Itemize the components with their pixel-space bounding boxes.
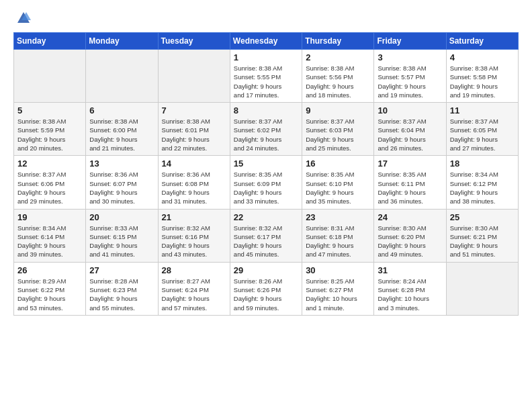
header [13,11,519,26]
day-number: 17 [378,158,442,169]
weekday-header-wednesday: Wednesday [230,33,302,50]
calendar-cell: 3Sunrise: 8:38 AM Sunset: 5:57 PM Daylig… [374,50,446,103]
calendar-cell: 29Sunrise: 8:26 AM Sunset: 6:26 PM Dayli… [230,262,302,315]
day-info: Sunrise: 8:31 AM Sunset: 6:18 PM Dayligh… [306,224,370,259]
week-row-1: 1Sunrise: 8:38 AM Sunset: 5:55 PM Daylig… [14,50,519,103]
day-number: 30 [306,265,370,275]
day-number: 31 [378,265,442,275]
day-number: 24 [378,212,442,222]
calendar-cell: 15Sunrise: 8:35 AM Sunset: 6:09 PM Dayli… [230,156,302,209]
day-info: Sunrise: 8:24 AM Sunset: 6:28 PM Dayligh… [378,277,442,312]
logo-icon [16,11,31,26]
calendar-cell: 8Sunrise: 8:37 AM Sunset: 6:02 PM Daylig… [230,103,302,156]
day-info: Sunrise: 8:37 AM Sunset: 6:02 PM Dayligh… [234,117,298,152]
day-info: Sunrise: 8:35 AM Sunset: 6:09 PM Dayligh… [234,170,298,205]
day-number: 28 [162,265,226,275]
day-number: 22 [234,212,298,222]
calendar-cell: 13Sunrise: 8:36 AM Sunset: 6:07 PM Dayli… [86,156,158,209]
day-number: 25 [450,212,515,222]
day-info: Sunrise: 8:33 AM Sunset: 6:15 PM Dayligh… [89,224,154,259]
calendar-cell: 24Sunrise: 8:30 AM Sunset: 6:20 PM Dayli… [374,209,446,262]
calendar-cell: 5Sunrise: 8:38 AM Sunset: 5:59 PM Daylig… [14,103,86,156]
day-number: 2 [306,52,370,62]
calendar-cell: 17Sunrise: 8:35 AM Sunset: 6:11 PM Dayli… [374,156,446,209]
calendar-table: SundayMondayTuesdayWednesdayThursdayFrid… [13,32,519,316]
logo [13,11,31,26]
day-number: 23 [306,212,370,222]
day-number: 4 [450,52,515,62]
weekday-header-sunday: Sunday [14,33,86,50]
calendar-cell [446,262,518,315]
week-row-4: 19Sunrise: 8:34 AM Sunset: 6:14 PM Dayli… [14,209,519,262]
day-number: 21 [162,212,226,222]
calendar-cell: 30Sunrise: 8:25 AM Sunset: 6:27 PM Dayli… [302,262,374,315]
day-info: Sunrise: 8:34 AM Sunset: 6:12 PM Dayligh… [450,170,515,205]
calendar-cell: 11Sunrise: 8:37 AM Sunset: 6:05 PM Dayli… [446,103,518,156]
day-number: 29 [234,265,298,275]
day-info: Sunrise: 8:36 AM Sunset: 6:07 PM Dayligh… [89,170,154,205]
day-info: Sunrise: 8:32 AM Sunset: 6:16 PM Dayligh… [162,224,226,259]
day-number: 10 [378,105,442,116]
calendar-cell: 21Sunrise: 8:32 AM Sunset: 6:16 PM Dayli… [158,209,230,262]
day-number: 20 [89,212,154,222]
calendar-cell: 19Sunrise: 8:34 AM Sunset: 6:14 PM Dayli… [14,209,86,262]
calendar-cell: 14Sunrise: 8:36 AM Sunset: 6:08 PM Dayli… [158,156,230,209]
page: SundayMondayTuesdayWednesdayThursdayFrid… [0,0,532,329]
day-info: Sunrise: 8:38 AM Sunset: 5:56 PM Dayligh… [306,64,370,99]
weekday-header-thursday: Thursday [302,33,374,50]
day-info: Sunrise: 8:38 AM Sunset: 5:58 PM Dayligh… [450,64,515,99]
calendar-cell: 26Sunrise: 8:29 AM Sunset: 6:22 PM Dayli… [14,262,86,315]
day-info: Sunrise: 8:37 AM Sunset: 6:03 PM Dayligh… [306,117,370,152]
day-number: 3 [378,52,442,62]
day-info: Sunrise: 8:30 AM Sunset: 6:21 PM Dayligh… [450,224,515,259]
calendar-cell: 16Sunrise: 8:35 AM Sunset: 6:10 PM Dayli… [302,156,374,209]
day-info: Sunrise: 8:38 AM Sunset: 5:57 PM Dayligh… [378,64,442,99]
day-info: Sunrise: 8:32 AM Sunset: 6:17 PM Dayligh… [234,224,298,259]
day-number: 16 [306,158,370,169]
calendar-cell: 2Sunrise: 8:38 AM Sunset: 5:56 PM Daylig… [302,50,374,103]
calendar-cell: 20Sunrise: 8:33 AM Sunset: 6:15 PM Dayli… [86,209,158,262]
day-info: Sunrise: 8:30 AM Sunset: 6:20 PM Dayligh… [378,224,442,259]
day-number: 6 [89,105,154,116]
calendar-cell: 27Sunrise: 8:28 AM Sunset: 6:23 PM Dayli… [86,262,158,315]
day-number: 14 [162,158,226,169]
day-info: Sunrise: 8:35 AM Sunset: 6:11 PM Dayligh… [378,170,442,205]
day-info: Sunrise: 8:37 AM Sunset: 6:06 PM Dayligh… [17,170,82,205]
day-info: Sunrise: 8:26 AM Sunset: 6:26 PM Dayligh… [234,277,298,312]
calendar-cell: 4Sunrise: 8:38 AM Sunset: 5:58 PM Daylig… [446,50,518,103]
day-number: 13 [89,158,154,169]
calendar-cell: 28Sunrise: 8:27 AM Sunset: 6:24 PM Dayli… [158,262,230,315]
calendar-cell: 31Sunrise: 8:24 AM Sunset: 6:28 PM Dayli… [374,262,446,315]
calendar-cell: 1Sunrise: 8:38 AM Sunset: 5:55 PM Daylig… [230,50,302,103]
day-info: Sunrise: 8:38 AM Sunset: 5:59 PM Dayligh… [17,117,82,152]
day-number: 7 [162,105,226,116]
day-number: 8 [234,105,298,116]
weekday-header-monday: Monday [86,33,158,50]
day-number: 5 [17,105,82,116]
day-info: Sunrise: 8:27 AM Sunset: 6:24 PM Dayligh… [162,277,226,312]
day-info: Sunrise: 8:38 AM Sunset: 6:00 PM Dayligh… [89,117,154,152]
day-number: 27 [89,265,154,275]
day-info: Sunrise: 8:38 AM Sunset: 5:55 PM Dayligh… [234,64,298,99]
calendar-cell: 12Sunrise: 8:37 AM Sunset: 6:06 PM Dayli… [14,156,86,209]
week-row-2: 5Sunrise: 8:38 AM Sunset: 5:59 PM Daylig… [14,103,519,156]
day-number: 15 [234,158,298,169]
day-info: Sunrise: 8:34 AM Sunset: 6:14 PM Dayligh… [17,224,82,259]
day-number: 26 [17,265,82,275]
calendar-cell: 23Sunrise: 8:31 AM Sunset: 6:18 PM Dayli… [302,209,374,262]
calendar-cell: 9Sunrise: 8:37 AM Sunset: 6:03 PM Daylig… [302,103,374,156]
calendar-cell: 7Sunrise: 8:38 AM Sunset: 6:01 PM Daylig… [158,103,230,156]
weekday-header-row: SundayMondayTuesdayWednesdayThursdayFrid… [14,33,519,50]
day-number: 9 [306,105,370,116]
week-row-3: 12Sunrise: 8:37 AM Sunset: 6:06 PM Dayli… [14,156,519,209]
calendar-cell: 6Sunrise: 8:38 AM Sunset: 6:00 PM Daylig… [86,103,158,156]
day-number: 12 [17,158,82,169]
day-number: 18 [450,158,515,169]
weekday-header-saturday: Saturday [446,33,518,50]
day-number: 11 [450,105,515,116]
calendar-cell: 22Sunrise: 8:32 AM Sunset: 6:17 PM Dayli… [230,209,302,262]
day-info: Sunrise: 8:36 AM Sunset: 6:08 PM Dayligh… [162,170,226,205]
day-info: Sunrise: 8:25 AM Sunset: 6:27 PM Dayligh… [306,277,370,312]
day-info: Sunrise: 8:37 AM Sunset: 6:05 PM Dayligh… [450,117,515,152]
day-info: Sunrise: 8:37 AM Sunset: 6:04 PM Dayligh… [378,117,442,152]
